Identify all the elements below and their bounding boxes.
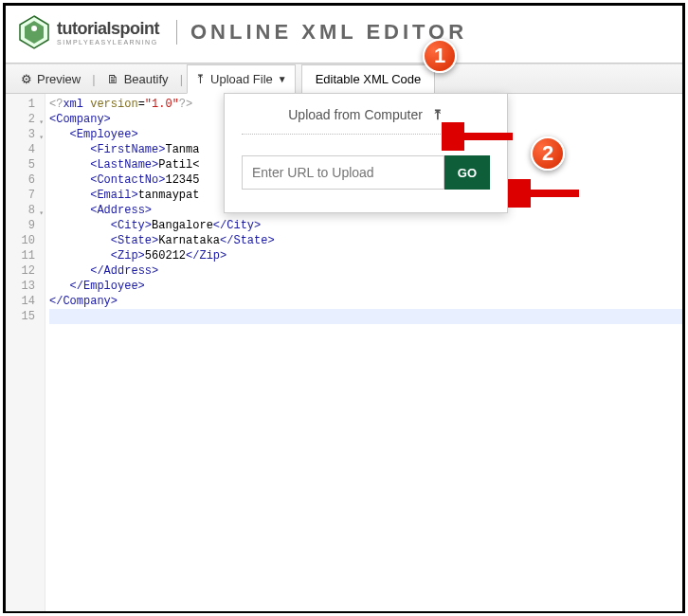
preview-button[interactable]: ⚙ Preview (13, 64, 88, 93)
separator: | (92, 72, 95, 86)
logo-sub-text: SIMPLYEASYLEARNING (57, 39, 159, 45)
preview-label: Preview (37, 72, 81, 86)
url-input[interactable] (242, 155, 444, 190)
tab-label-text: Editable XML Code (316, 72, 422, 86)
caret-down-icon: ▼ (278, 74, 287, 84)
gear-icon: ⚙ (21, 72, 32, 86)
toolbar: ⚙ Preview | 🗎 Beautify | ⤒ Upload File ▼… (6, 63, 682, 94)
separator: | (180, 72, 183, 86)
annotation-arrow (508, 179, 584, 208)
beautify-button[interactable]: 🗎 Beautify (100, 64, 176, 93)
page-title: ONLINE XML EDITOR (176, 20, 467, 45)
upload-icon: ⤒ (432, 107, 444, 122)
header: tutorialspoint SIMPLYEASYLEARNING ONLINE… (6, 6, 682, 63)
go-button[interactable]: GO (444, 155, 490, 190)
document-icon: 🗎 (107, 72, 119, 86)
annotation-badge-2: 2 (531, 136, 565, 171)
upload-icon: ⤒ (195, 72, 206, 86)
logo-icon (15, 13, 53, 51)
line-gutter: 12▾3▾45678▾9101112131415 (6, 94, 45, 611)
upload-label: Upload File (210, 72, 273, 86)
logo-main-text: tutorialspoint (57, 19, 159, 39)
beautify-label: Beautify (124, 72, 169, 86)
upload-dropdown: Upload from Computer ⤒ GO (224, 93, 508, 213)
svg-point-2 (31, 26, 37, 31)
upload-file-button[interactable]: ⤒ Upload File ▼ (187, 64, 296, 94)
tab-editable-code[interactable]: Editable XML Code (301, 64, 436, 94)
annotation-arrow (442, 122, 517, 151)
logo[interactable]: tutorialspoint SIMPLYEASYLEARNING (15, 13, 159, 51)
upload-computer-label: Upload from Computer (288, 107, 423, 122)
annotation-badge-1: 1 (423, 39, 457, 73)
